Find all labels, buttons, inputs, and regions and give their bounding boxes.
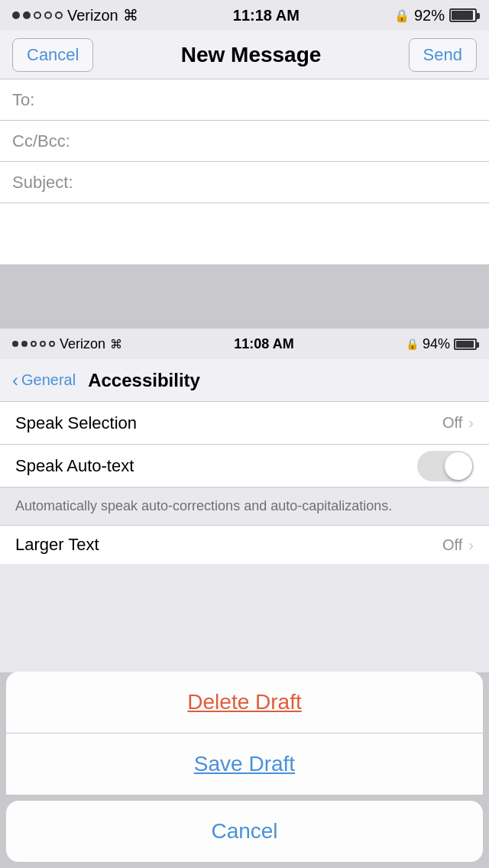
compose-title: New Message [181,43,322,67]
subject-field-row: Subject: [0,162,489,203]
speak-autotext-label: Speak Auto-text [15,456,134,476]
larger-text-value: Off [442,536,462,554]
action-cancel-button[interactable]: Cancel [6,801,483,862]
speak-selection-chevron: › [468,414,474,432]
subject-label: Subject: [12,173,81,193]
send-button[interactable]: Send [409,38,477,72]
inner-battery-icon [454,338,477,350]
inner-status-bar: Verizon ⌘ 11:08 AM 🔒 94% [0,329,489,359]
speak-selection-label: Speak Selection [15,413,137,433]
mail-header: Cancel New Message Send [0,31,489,79]
inner-dot-1 [12,341,18,347]
dot-3 [34,11,41,19]
dot-5 [55,11,63,19]
dot-2 [23,11,31,19]
larger-text-right: Off › [442,536,474,554]
chevron-left-icon: ‹ [12,370,18,391]
speak-autotext-desc: Automatically speak auto-corrections and… [0,487,489,526]
inner-nav: ‹ General Accessibility [0,359,489,402]
inner-signal-dots [12,341,55,347]
inner-screen: Verizon ⌘ 11:08 AM 🔒 94% ‹ General Acces… [0,329,489,672]
inner-nav-title: Accessibility [88,370,200,391]
signal-dots [12,11,63,19]
to-field-row: To: [0,79,489,121]
status-left: Verizon ⌘ [12,6,138,24]
status-time: 11:18 AM [233,7,300,24]
inner-dot-2 [21,341,28,347]
action-sheet-main: Delete Draft Save Draft [6,672,483,795]
speak-selection-right: Off › [442,414,474,432]
wifi-icon: ⌘ [123,6,138,24]
page-wrapper: Verizon ⌘ 11:18 AM 🔒 92% Cancel New Mess… [0,0,489,868]
lock-icon: 🔒 [394,8,410,23]
action-sheet-cancel: Cancel [6,801,483,862]
carrier-label: Verizon [67,7,118,24]
dot-1 [12,11,20,19]
back-label: General [21,371,76,389]
action-sheet: Delete Draft Save Draft Cancel [0,672,489,868]
cc-input[interactable] [81,131,477,151]
inner-battery-pct: 94% [423,336,450,352]
inner-dot-4 [40,341,46,347]
save-draft-button[interactable]: Save Draft [6,734,483,795]
larger-text-chevron: › [468,536,474,554]
cc-field-row: Cc/Bcc: [0,121,489,162]
back-button[interactable]: ‹ General [12,370,76,391]
cancel-button[interactable]: Cancel [12,38,93,72]
inner-lock-icon: 🔒 [406,338,419,350]
inner-battery-fill [456,341,474,348]
toggle-thumb [445,452,472,480]
speak-selection-value: Off [442,414,462,432]
larger-text-row[interactable]: Larger Text Off › [0,526,489,564]
delete-draft-button[interactable]: Delete Draft [6,672,483,733]
mail-compose: Verizon ⌘ 11:18 AM 🔒 92% Cancel New Mess… [0,0,489,264]
inner-carrier: Verizon [60,336,105,352]
inner-status-left: Verizon ⌘ [12,336,122,352]
to-input[interactable] [81,90,477,110]
mail-fields: To: Cc/Bcc: Subject: [0,79,489,264]
speak-autotext-toggle[interactable] [417,451,474,481]
inner-status-right: 🔒 94% [406,336,477,352]
speak-selection-row[interactable]: Speak Selection Off › [0,402,489,445]
status-bar: Verizon ⌘ 11:18 AM 🔒 92% [0,0,489,31]
to-label: To: [12,90,81,110]
cc-label: Cc/Bcc: [12,131,81,151]
inner-wifi-icon: ⌘ [110,337,122,351]
settings-list: Speak Selection Off › Speak Auto-text Au… [0,402,489,564]
dot-4 [44,11,52,19]
inner-dot-5 [49,341,55,347]
battery-percent: 92% [414,7,445,24]
inner-status-time: 11:08 AM [234,336,293,352]
speak-autotext-row[interactable]: Speak Auto-text [0,445,489,487]
subject-input[interactable] [81,173,477,193]
battery-fill [452,11,473,20]
larger-text-label: Larger Text [15,535,99,555]
status-right: 🔒 92% [394,7,477,24]
inner-dot-3 [31,341,37,347]
body-area[interactable] [0,203,489,264]
battery-icon [449,8,477,22]
